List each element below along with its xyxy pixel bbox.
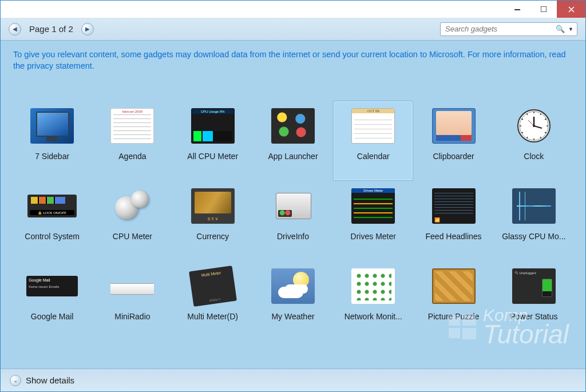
gadget-item[interactable]: CPU Meter: [92, 181, 172, 261]
search-dropdown-icon[interactable]: ▼: [567, 26, 575, 32]
gadget-grid-area: 7 SidebarAgendaAll CPU MeterApp Launcher…: [1, 78, 585, 369]
gadget-thumbnail: [267, 105, 319, 147]
titlebar: [1, 1, 585, 18]
svg-rect-1: [541, 6, 547, 12]
gadget-thumbnail: [267, 265, 319, 307]
search-icon[interactable]: 🔍: [553, 25, 567, 33]
gadget-item[interactable]: Clock: [494, 101, 574, 181]
gadget-label: My Weather: [271, 312, 314, 321]
tb-feed-icon: [432, 188, 476, 224]
gadget-item[interactable]: Calendar: [333, 101, 413, 181]
gadget-thumbnail: [267, 185, 319, 227]
gadget-thumbnail: [508, 105, 560, 147]
page-indicator: Page 1 of 2: [27, 24, 76, 34]
gadget-label: Glassy CPU Mo...: [502, 232, 565, 241]
gadget-label: Agenda: [118, 152, 146, 161]
gadget-item[interactable]: Drives Meter: [333, 181, 413, 261]
tb-clipboard-icon: [432, 108, 476, 144]
gadget-label: Google Mail: [31, 312, 74, 321]
prev-page-button[interactable]: ◀: [9, 23, 21, 35]
gadget-thumbnail: [106, 105, 158, 147]
next-page-button[interactable]: ▶: [81, 23, 94, 35]
gadget-item[interactable]: MiniRadio: [92, 261, 172, 341]
gadget-item[interactable]: Control System: [12, 181, 92, 261]
tb-gmail-icon: [26, 276, 78, 296]
tb-power-icon: [512, 268, 556, 304]
gadget-thumbnail: [347, 105, 399, 147]
gadget-item[interactable]: Feed Headlines: [413, 181, 493, 261]
banner-text: To give you relevant content, some gadge…: [13, 50, 566, 70]
tb-multimeter-icon: [189, 266, 237, 307]
gadget-item[interactable]: Clipboarder: [413, 101, 493, 181]
gadget-label: Power Status: [510, 312, 557, 321]
gadget-item[interactable]: App Launcher: [253, 101, 333, 181]
tb-clock-icon: [512, 108, 556, 144]
gadget-thumbnail: [106, 265, 158, 307]
gadget-thumbnail: [428, 185, 480, 227]
gadget-thumbnail: [26, 265, 78, 307]
gadget-item[interactable]: DriveInfo: [253, 181, 333, 261]
tb-calendar-icon: [351, 108, 395, 144]
gadget-item[interactable]: Picture Puzzle: [413, 261, 493, 341]
gadget-item[interactable]: Google Mail: [12, 261, 92, 341]
gadget-label: Network Monit...: [345, 312, 402, 321]
minimize-button[interactable]: [504, 1, 530, 18]
gadget-label: Feed Headlines: [426, 232, 482, 241]
close-button[interactable]: [557, 1, 585, 18]
tb-drive-icon: [271, 188, 315, 224]
gadget-thumbnail: [187, 265, 239, 307]
show-details-toggle[interactable]: ⌄: [10, 375, 21, 386]
search-box[interactable]: 🔍 ▼: [440, 22, 577, 36]
gadget-label: Currency: [196, 232, 229, 241]
gadget-item[interactable]: My Weather: [253, 261, 333, 341]
gadget-thumbnail: [187, 185, 239, 227]
tb-drivesmeter-icon: [351, 188, 395, 224]
gadget-item[interactable]: Agenda: [92, 101, 172, 181]
gadget-label: 7 Sidebar: [35, 152, 69, 161]
tb-agenda-icon: [110, 108, 154, 144]
tb-currency-icon: [191, 188, 235, 224]
gadget-grid: 7 SidebarAgendaAll CPU MeterApp Launcher…: [12, 101, 574, 341]
gadget-label: Multi Meter(D): [187, 312, 238, 321]
gadget-thumbnail: [428, 265, 480, 307]
svg-rect-0: [514, 9, 520, 10]
tb-launcher-icon: [271, 108, 315, 144]
tb-weather-icon: [271, 268, 315, 304]
svg-point-19: [533, 125, 535, 127]
tb-puzzle-icon: [432, 268, 476, 304]
gadget-label: Clock: [524, 152, 544, 161]
gadget-label: Calendar: [357, 152, 390, 161]
gadget-gallery-window: ◀ Page 1 of 2 ▶ 🔍 ▼ To give you relevant…: [0, 0, 586, 392]
gadget-label: Control System: [25, 232, 80, 241]
gadget-item[interactable]: 7 Sidebar: [12, 101, 92, 181]
gadget-thumbnail: [508, 185, 560, 227]
gadget-label: Drives Meter: [351, 232, 396, 241]
privacy-banner: To give you relevant content, some gadge…: [1, 41, 585, 78]
maximize-button[interactable]: [530, 1, 557, 18]
toolbar: ◀ Page 1 of 2 ▶ 🔍 ▼: [1, 18, 585, 41]
gadget-item[interactable]: Currency: [173, 181, 253, 261]
search-input[interactable]: [445, 25, 553, 33]
show-details-label[interactable]: Show details: [26, 375, 74, 385]
gadget-label: Picture Puzzle: [428, 312, 479, 321]
gadget-thumbnail: [347, 185, 399, 227]
privacy-link[interactable]: privacy statement: [27, 61, 92, 70]
gadget-label: All CPU Meter: [187, 152, 238, 161]
gadget-label: MiniRadio: [114, 312, 150, 321]
gadget-item[interactable]: Multi Meter(D): [173, 261, 253, 341]
gadget-label: Clipboarder: [433, 152, 474, 161]
gadget-item[interactable]: Network Monit...: [333, 261, 413, 341]
gadget-item[interactable]: All CPU Meter: [173, 101, 253, 181]
gadget-item[interactable]: Glassy CPU Mo...: [494, 181, 574, 261]
tb-cpu-all-icon: [191, 108, 235, 144]
details-bar: ⌄ Show details: [1, 369, 585, 391]
tb-control-icon: [27, 195, 77, 217]
gadget-thumbnail: [347, 265, 399, 307]
gadget-thumbnail: [106, 185, 158, 227]
gadget-label: DriveInfo: [277, 232, 309, 241]
gadget-thumbnail: [26, 105, 78, 147]
tb-monitor-icon: [30, 108, 74, 144]
tb-radio-icon: [110, 268, 154, 304]
gadget-item[interactable]: Power Status: [494, 261, 574, 341]
gadget-thumbnail: [26, 185, 78, 227]
